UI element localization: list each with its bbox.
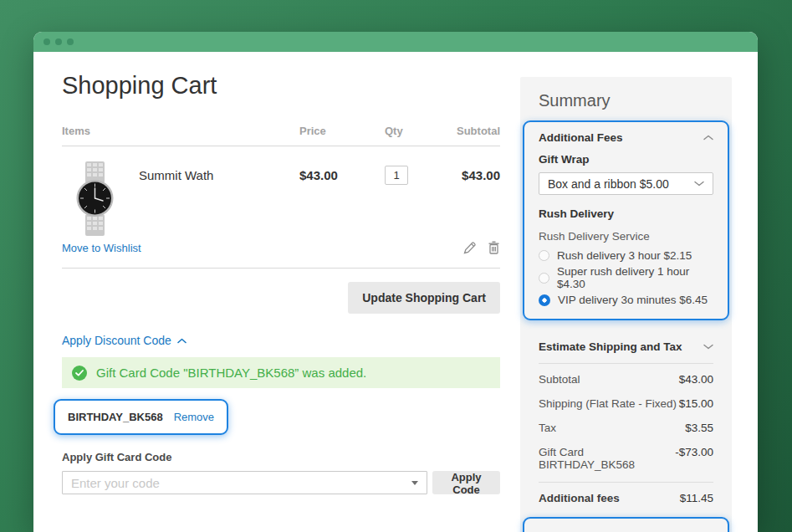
total-row-subtotal: Subtotal $43.00 — [539, 367, 713, 391]
divider — [539, 363, 713, 364]
cart-table-header: Items Price Qty Subtotal — [62, 125, 500, 146]
summary-title: Summary — [539, 77, 713, 110]
radio-option-label: Rush delivery 3 hour $2.15 — [557, 249, 692, 262]
window-control-dot[interactable] — [43, 38, 50, 45]
success-check-icon — [72, 366, 87, 381]
qty-input[interactable] — [385, 166, 408, 185]
update-cart-button[interactable]: Update Shopping Cart — [348, 282, 500, 314]
radio-selected-icon — [539, 294, 550, 306]
chevron-up-icon — [177, 338, 187, 344]
total-row-tax: Tax $3.55 — [539, 416, 713, 440]
gift-card-code: BIRTHDAY_BK568 — [68, 411, 163, 423]
page-title: Shopping Cart — [62, 72, 500, 100]
rush-delivery-options: Rush delivery 3 hour $2.15 Super rush de… — [539, 249, 713, 306]
window-titlebar — [33, 32, 758, 52]
chevron-down-icon — [694, 181, 704, 187]
gift-wrap-select[interactable]: Box and a ribbon $5.00 — [539, 172, 713, 195]
window-control-dot[interactable] — [55, 38, 62, 45]
additional-fees-title: Additional Fees — [539, 131, 623, 144]
additional-fees-toggle[interactable]: Additional Fees — [539, 131, 713, 144]
additional-fees-section: Additional Fees Gift Wrap Box and a ribb… — [523, 120, 729, 320]
column-qty: Qty — [385, 125, 448, 137]
chevron-down-icon — [703, 344, 713, 350]
total-row-additional-fees: Additional fees $11.45 — [539, 486, 713, 510]
move-to-wishlist-link[interactable]: Move to Wishlist — [62, 242, 141, 254]
input-dropdown-caret-icon[interactable] — [411, 481, 418, 485]
edit-pencil-icon[interactable] — [463, 241, 477, 254]
gift-card-code-input[interactable] — [62, 471, 427, 494]
radio-option-super-rush-delivery[interactable]: Super rush delivery 1 hour $4.30 — [539, 265, 713, 290]
estimate-shipping-title: Estimate Shipping and Tax — [539, 340, 682, 353]
product-image-watch — [71, 160, 119, 238]
total-row-gift-card: Gift Card BIRTHDAY_BK568 -$73.00 — [539, 440, 713, 477]
order-total-section: Order Total $0.00 — [523, 517, 729, 532]
item-subtotal: $43.00 — [448, 168, 500, 238]
apply-discount-toggle[interactable]: Apply Discount Code — [62, 334, 187, 347]
column-price: Price — [299, 125, 385, 137]
radio-option-rush-delivery[interactable]: Rush delivery 3 hour $2.15 — [539, 249, 713, 262]
radio-unselected-icon — [539, 273, 549, 284]
success-message-banner: Gift Card Code "BIRTHDAY_BK568” was adde… — [62, 357, 500, 388]
gift-card-chip: BIRTHDAY_BK568 Remove — [54, 399, 228, 435]
cart-item-row: Summit Wath $43.00 $43.00 — [62, 146, 500, 238]
totals-list: Subtotal $43.00 Shipping (Flat Rate - Fi… — [539, 367, 713, 477]
item-price: $43.00 — [299, 168, 385, 238]
gift-wrap-selected-value: Box and a ribbon $5.00 — [548, 177, 669, 191]
success-message-text: Gift Card Code "BIRTHDAY_BK568” was adde… — [96, 366, 366, 380]
radio-option-label: Super rush delivery 1 hour $4.30 — [557, 265, 713, 290]
gift-wrap-label: Gift Wrap — [539, 153, 713, 166]
cart-main: Shopping Cart Items Price Qty Subtotal — [62, 52, 500, 532]
remove-gift-card-link[interactable]: Remove — [174, 411, 214, 423]
window-control-dot[interactable] — [67, 38, 74, 45]
gift-card-input-label: Apply Gift Card Code — [62, 451, 500, 463]
browser-window: Shopping Cart Items Price Qty Subtotal — [33, 32, 758, 532]
radio-option-vip-delivery[interactable]: VIP delivery 3o minutes $6.45 — [539, 294, 713, 306]
summary-sidebar: Summary Additional Fees Gift Wrap Box an… — [520, 77, 732, 532]
apply-code-button[interactable]: Apply Code — [432, 471, 500, 494]
product-name: Summit Wath — [139, 168, 213, 238]
chevron-up-icon — [703, 135, 713, 141]
radio-option-label: VIP delivery 3o minutes $6.45 — [558, 294, 708, 306]
radio-unselected-icon — [539, 250, 549, 261]
estimate-shipping-toggle[interactable]: Estimate Shipping and Tax — [539, 340, 713, 353]
rush-delivery-service-label: Rush Delivery Service — [539, 230, 713, 243]
delete-trash-icon[interactable] — [488, 241, 500, 254]
divider — [539, 482, 713, 483]
column-items: Items — [62, 125, 299, 137]
rush-delivery-title: Rush Delivery — [539, 207, 713, 220]
apply-discount-label: Apply Discount Code — [62, 334, 171, 347]
total-row-shipping: Shipping (Flat Rate - Fixed) $15.00 — [539, 391, 713, 416]
column-subtotal: Subtotal — [448, 125, 500, 137]
